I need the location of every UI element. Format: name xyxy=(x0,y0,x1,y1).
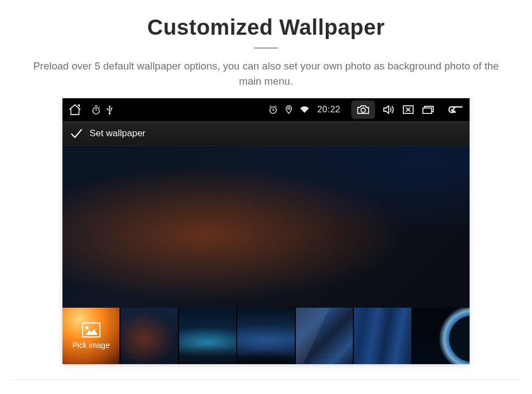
screenshot-button[interactable] xyxy=(351,100,375,119)
home-icon[interactable] xyxy=(68,104,82,116)
volume-icon[interactable] xyxy=(383,104,395,115)
timer-icon[interactable] xyxy=(92,105,100,115)
wallpaper-thumb[interactable] xyxy=(121,308,178,364)
alarm-icon[interactable] xyxy=(268,105,278,115)
svg-point-2 xyxy=(288,107,290,109)
svg-rect-5 xyxy=(423,108,432,113)
status-bar: 20:22 xyxy=(62,98,470,121)
recent-apps-icon[interactable] xyxy=(422,105,435,115)
wallpaper-thumb[interactable] xyxy=(413,308,470,364)
page-subtitle: Preload over 5 default wallpaper options… xyxy=(27,59,505,88)
location-icon[interactable] xyxy=(286,105,292,115)
wallpaper-thumb[interactable] xyxy=(296,308,353,364)
wallpaper-preview[interactable] xyxy=(62,146,470,308)
back-icon[interactable] xyxy=(446,105,464,115)
device-screenshot: 20:22 xyxy=(62,98,470,364)
wallpaper-thumbnails: Pick image xyxy=(62,308,470,364)
title-underline xyxy=(254,47,278,49)
pick-image-button[interactable]: Pick image xyxy=(62,308,119,364)
set-wallpaper-label: Set wallpaper xyxy=(90,128,145,139)
close-window-icon[interactable] xyxy=(402,105,414,115)
set-wallpaper-action[interactable]: Set wallpaper xyxy=(62,121,470,146)
page-title: Customized Wallpaper xyxy=(0,0,532,40)
camera-icon xyxy=(357,104,370,115)
wifi-icon[interactable] xyxy=(300,106,309,113)
image-icon xyxy=(82,322,100,338)
section-divider xyxy=(11,379,521,380)
check-icon xyxy=(70,128,83,139)
usb-icon xyxy=(106,105,113,115)
wallpaper-thumb[interactable] xyxy=(179,308,236,364)
wallpaper-thumb[interactable] xyxy=(237,308,294,364)
wallpaper-thumb[interactable] xyxy=(354,308,411,364)
pick-image-label: Pick image xyxy=(72,341,109,349)
svg-point-3 xyxy=(361,108,365,112)
clock-time: 20:22 xyxy=(317,105,340,115)
